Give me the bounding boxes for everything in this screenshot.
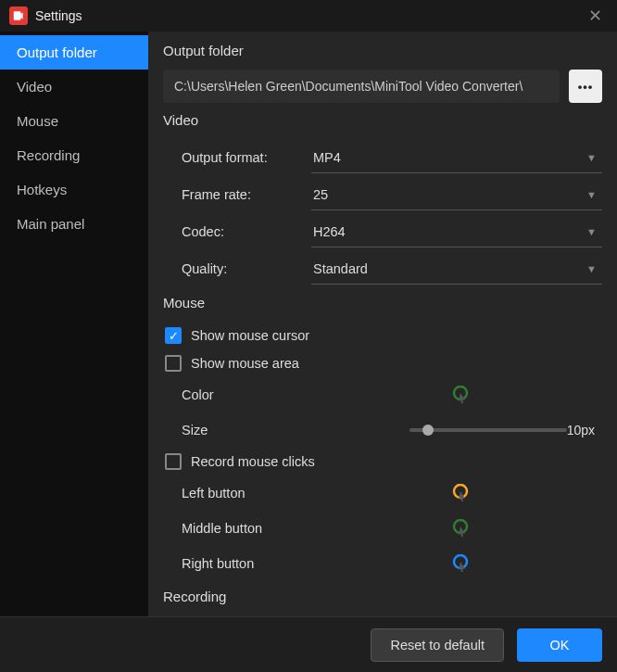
sidebar-item-output-folder[interactable]: Output folder <box>0 35 148 70</box>
section-heading-video: Video <box>163 112 602 128</box>
output-format-value: MP4 <box>313 150 341 165</box>
quality-dropdown[interactable]: Standard ▼ <box>311 253 602 285</box>
titlebar: Settings ✕ <box>0 0 617 32</box>
sidebar-item-main-panel[interactable]: Main panel <box>0 207 148 241</box>
browse-button[interactable]: ••• <box>569 70 602 103</box>
chevron-down-icon: ▼ <box>586 263 597 274</box>
left-button-label: Left button <box>182 486 367 501</box>
codec-label: Codec: <box>163 224 311 239</box>
record-clicks-label: Record mouse clicks <box>191 454 315 469</box>
chevron-down-icon: ▼ <box>586 226 597 237</box>
middle-button-label: Middle button <box>182 521 367 536</box>
mouse-area-size-slider[interactable] <box>409 428 567 432</box>
frame-rate-dropdown[interactable]: 25 ▼ <box>311 179 602 210</box>
middle-button-color-swatch[interactable] <box>450 518 471 539</box>
chevron-down-icon: ▼ <box>586 189 597 200</box>
section-heading-output-folder: Output folder <box>163 43 602 58</box>
codec-value: H264 <box>313 224 346 239</box>
sidebar: Output folder Video Mouse Recording Hotk… <box>0 32 148 616</box>
chevron-down-icon: ▼ <box>586 152 597 163</box>
slider-thumb[interactable] <box>422 425 434 436</box>
output-folder-path[interactable]: C:\Users\Helen Green\Documents\MiniTool … <box>163 70 560 103</box>
record-clicks-checkbox[interactable] <box>165 453 182 470</box>
show-area-checkbox[interactable] <box>165 355 182 372</box>
left-button-color-swatch[interactable] <box>450 483 471 503</box>
show-cursor-label: Show mouse cursor <box>191 328 309 343</box>
show-area-label: Show mouse area <box>191 356 299 371</box>
right-button-label: Right button <box>182 556 367 571</box>
show-cursor-checkbox[interactable] <box>165 327 182 344</box>
sidebar-item-recording[interactable]: Recording <box>0 138 148 172</box>
window-title: Settings <box>35 8 583 23</box>
ok-button[interactable]: OK <box>517 628 602 662</box>
mouse-area-size-label: Size <box>182 423 326 437</box>
output-format-dropdown[interactable]: MP4 ▼ <box>311 142 602 173</box>
quality-value: Standard <box>313 261 368 276</box>
codec-dropdown[interactable]: H264 ▼ <box>311 216 602 247</box>
settings-window: Settings ✕ Output folder Video Mouse Rec… <box>0 0 617 672</box>
mouse-area-color-label: Color <box>182 387 367 402</box>
frame-rate-label: Frame rate: <box>163 187 311 202</box>
right-button-color-swatch[interactable] <box>450 553 471 574</box>
reset-button[interactable]: Reset to default <box>371 628 504 662</box>
close-icon[interactable]: ✕ <box>583 6 608 26</box>
sidebar-item-mouse[interactable]: Mouse <box>0 104 148 138</box>
frame-rate-value: 25 <box>313 187 328 202</box>
footer: Reset to default OK <box>0 616 617 672</box>
app-icon <box>9 6 28 25</box>
sidebar-item-hotkeys[interactable]: Hotkeys <box>0 172 148 207</box>
section-heading-recording: Recording <box>163 589 602 604</box>
sidebar-item-video[interactable]: Video <box>0 70 148 104</box>
output-format-label: Output format: <box>163 150 311 165</box>
section-heading-mouse: Mouse <box>163 295 602 311</box>
mouse-area-size-value: 10px <box>567 423 602 437</box>
content-pane: Output folder C:\Users\Helen Green\Docum… <box>148 32 617 616</box>
mouse-area-color-swatch[interactable] <box>450 385 471 405</box>
quality-label: Quality: <box>163 261 311 276</box>
